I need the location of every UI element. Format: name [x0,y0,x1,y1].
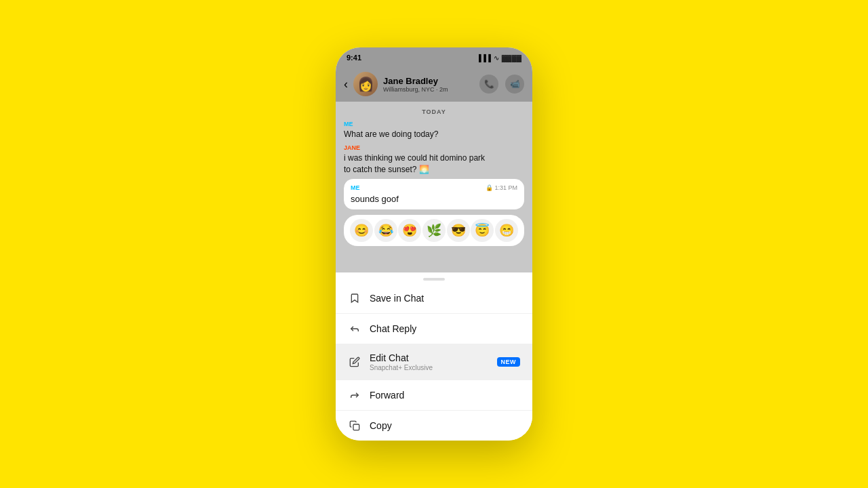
save-in-chat-label: Save in Chat [370,293,520,304]
back-button[interactable]: ‹ [344,77,348,92]
message-me-1: ME What are we doing today? [344,121,524,140]
forward-icon [348,388,361,402]
video-icon: 📹 [510,79,520,89]
message-jane-1: JANE i was thinking we could hit domino … [344,144,524,176]
message-text-2: i was thinking we could hit domino park … [344,153,485,174]
emoji-5[interactable]: 😎 [447,219,470,242]
menu-item-forward[interactable]: Forward [336,380,532,411]
svg-rect-0 [353,424,359,430]
forward-label: Forward [370,390,520,401]
status-bar: 9:41 ▐▐▐ ∿ ▓▓▓▓ [336,47,532,66]
forward-content: Forward [370,390,520,401]
selected-message: ME 🔒 1:31 PM sounds goof [344,179,524,209]
chat-area: TODAY ME What are we doing today? JANE i… [336,102,532,272]
status-icons: ▐▐▐ ∿ ▓▓▓▓ [477,54,521,62]
emoji-3[interactable]: 😍 [398,219,421,242]
emoji-2[interactable]: 😂 [374,219,397,242]
signal-icon: ▐▐▐ [477,54,491,62]
edit-chat-label: Edit Chat [370,352,489,363]
edit-chat-content: Edit Chat Snapchat+ Exclusive [370,352,489,371]
edit-chat-sublabel: Snapchat+ Exclusive [370,364,489,371]
phone-frame: 9:41 ▐▐▐ ∿ ▓▓▓▓ ‹ 👩 Jane Bradley William… [336,47,532,441]
avatar-emoji: 👩 [357,76,374,92]
emoji-4[interactable]: 🌿 [422,219,446,242]
battery-icon: ▓▓▓▓ [502,54,521,62]
save-in-chat-content: Save in Chat [370,293,520,304]
status-time: 9:41 [347,54,361,62]
sender-me-1: ME [344,121,524,127]
message-text-1: What are we doing today? [344,129,438,139]
drag-handle-bar [423,278,445,281]
phone-icon: 📞 [484,79,494,89]
copy-label: Copy [370,420,520,431]
phone-button[interactable]: 📞 [479,75,498,94]
wifi-icon: ∿ [494,54,499,62]
bubble-jane-1: i was thinking we could hit domino park … [344,152,493,176]
date-label: TODAY [344,108,524,115]
new-badge: NEW [497,357,521,367]
header-info: Jane Bradley Williamsburg, NYC · 2m [383,76,474,93]
emoji-1[interactable]: 😊 [350,219,373,242]
selected-sender: ME [351,184,360,191]
emoji-reaction-row: 😊 😂 😍 🌿 😎 😇 😁 [344,215,524,246]
copy-icon [348,419,361,432]
menu-item-save-in-chat[interactable]: Save in Chat [336,283,532,314]
selected-message-header: ME 🔒 1:31 PM [351,184,517,191]
pencil-icon [348,355,361,369]
menu-item-copy[interactable]: Copy [336,411,532,441]
chat-reply-label: Chat Reply [370,323,520,334]
context-menu: Save in Chat Chat Reply [336,272,532,441]
video-button[interactable]: 📹 [505,75,524,94]
chat-reply-content: Chat Reply [370,323,520,334]
sender-jane-1: JANE [344,144,524,151]
avatar: 👩 [353,72,378,96]
selected-text: sounds goof [351,194,517,204]
reply-icon [348,322,361,336]
emoji-7[interactable]: 😁 [495,219,518,242]
menu-item-chat-reply[interactable]: Chat Reply [336,314,532,344]
header-actions: 📞 📹 [479,75,524,94]
contact-sub: Williamsburg, NYC · 2m [383,86,474,93]
bubble-me-1: What are we doing today? [344,129,493,140]
emoji-6[interactable]: 😇 [471,219,494,242]
drag-handle [336,272,532,283]
chat-header: ‹ 👩 Jane Bradley Williamsburg, NYC · 2m … [336,66,532,102]
copy-content: Copy [370,420,520,431]
bookmark-icon [348,291,361,305]
menu-item-edit-chat[interactable]: Edit Chat Snapchat+ Exclusive NEW [336,344,532,380]
contact-name: Jane Bradley [383,76,474,86]
selected-time: 🔒 1:31 PM [486,184,517,191]
